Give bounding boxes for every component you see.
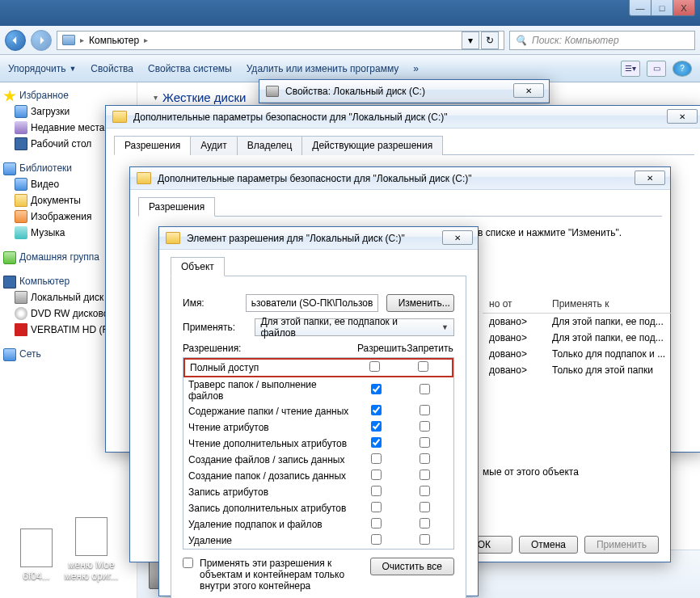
table-row[interactable]: довано>Только для подпапок и ... <box>483 346 672 362</box>
recent-icon <box>15 121 27 134</box>
allow-checkbox[interactable] <box>371 405 382 415</box>
permission-row: Удаление <box>183 533 453 549</box>
minimize-button[interactable]: — <box>629 0 652 16</box>
desktop-file-icon[interactable]: меню Мое меню ориг... <box>63 517 120 582</box>
change-principal-button[interactable]: Изменить... <box>386 294 454 312</box>
deny-checkbox[interactable] <box>420 518 430 529</box>
organize-menu[interactable]: Упорядочить ▼ <box>8 63 76 74</box>
allow-checkbox[interactable] <box>371 453 382 464</box>
dialog-title-text: Дополнительные параметры безопасности дл… <box>158 173 472 184</box>
tab-owner[interactable]: Владелец <box>237 136 303 155</box>
permission-row: Чтение атрибутов <box>183 419 453 436</box>
tab-strip: Разрешения Аудит Владелец Действующие ра… <box>114 135 694 155</box>
permissions-list: Полный доступТраверс папок / выполнение … <box>183 357 454 550</box>
allow-checkbox[interactable] <box>371 437 382 448</box>
folder-icon <box>112 111 127 123</box>
permission-row: Содержание папки / чтение данных <box>183 403 453 419</box>
apply-to-dropdown[interactable]: Для этой папки, ее подпапок и файлов ▼ <box>255 318 454 336</box>
downloads-icon <box>15 105 27 118</box>
close-icon[interactable]: ✕ <box>635 171 665 185</box>
tab-effective[interactable]: Действующие разрешения <box>302 136 443 155</box>
table-row[interactable]: довано>Для этой папки, ее под... <box>483 330 672 346</box>
homegroup-icon <box>3 251 16 264</box>
tab-permissions[interactable]: Разрешения <box>138 197 215 217</box>
table-row[interactable]: довано>Только для этой папки <box>483 362 672 378</box>
deny-checkbox[interactable] <box>420 421 430 432</box>
allow-column-header: Разрешить <box>357 343 406 354</box>
folder-icon <box>137 172 151 184</box>
allow-checkbox[interactable] <box>371 470 382 480</box>
cancel-button[interactable]: Отмена <box>519 536 578 554</box>
system-properties-button[interactable]: Свойства системы <box>148 63 232 74</box>
maximize-button[interactable]: □ <box>651 0 673 16</box>
allow-checkbox[interactable] <box>371 486 382 496</box>
clear-all-button[interactable]: Очистить все <box>370 558 454 575</box>
dialog-titlebar[interactable]: Дополнительные параметры безопасности дл… <box>130 167 670 190</box>
permissions-header: Разрешения: Разрешить Запретить <box>183 343 454 354</box>
deny-checkbox[interactable] <box>420 502 430 512</box>
libraries-icon <box>3 162 16 175</box>
allow-checkbox[interactable] <box>371 421 382 432</box>
tab-strip: Объект <box>171 256 466 276</box>
video-icon <box>15 178 27 191</box>
deny-checkbox[interactable] <box>420 470 430 480</box>
dropdown-icon[interactable]: ▾ <box>462 32 479 49</box>
search-icon: 🔍 <box>515 35 527 46</box>
deny-checkbox[interactable] <box>420 405 430 415</box>
deny-checkbox[interactable] <box>418 361 428 372</box>
allow-checkbox[interactable] <box>371 502 382 512</box>
breadcrumb-computer[interactable]: Компьютер <box>89 35 139 46</box>
window-titlebar: — □ X <box>0 0 700 26</box>
breadcrumb-arrow-icon: ▸ <box>144 36 148 44</box>
permission-name: Создание файлов / запись данных <box>188 454 352 465</box>
chevron-down-icon: ▼ <box>441 323 449 331</box>
preview-pane-icon[interactable]: ▭ <box>647 61 666 77</box>
sidebar-favorites[interactable]: Избранное <box>0 87 137 103</box>
allow-checkbox[interactable] <box>371 384 382 394</box>
apply-button[interactable]: Применить <box>584 536 659 554</box>
refresh-icon[interactable]: ↻ <box>481 32 499 49</box>
column-header[interactable]: Применять к <box>546 298 615 310</box>
table-row[interactable]: довано>Для этой папки, ее под... <box>483 314 672 330</box>
permission-row: Запись дополнительных атрибутов <box>183 500 453 516</box>
view-options-icon[interactable]: ☰▾ <box>621 61 640 77</box>
dialog-title-text: Свойства: Локальный диск (C:) <box>285 86 425 97</box>
allow-checkbox[interactable] <box>371 518 382 529</box>
permission-row: Удаление подпапок и файлов <box>183 516 453 533</box>
permission-name: Запись атрибутов <box>188 486 352 498</box>
permission-name: Полный доступ <box>190 362 350 373</box>
permission-name: Запись дополнительных атрибутов <box>188 503 352 514</box>
permission-entries-table: но от Применять к довано>Для этой папки,… <box>483 295 672 378</box>
back-button[interactable] <box>5 30 26 51</box>
close-icon[interactable]: ✕ <box>667 109 698 124</box>
uninstall-button[interactable]: Удалить или изменить программу <box>247 63 399 74</box>
desktop-file-icon[interactable]: 6f04... <box>8 529 65 582</box>
tab-object[interactable]: Объект <box>171 257 225 276</box>
properties-button[interactable]: Свойства <box>91 63 133 74</box>
tab-audit[interactable]: Аудит <box>190 136 238 155</box>
permission-row: Запись атрибутов <box>183 484 453 500</box>
tab-permissions[interactable]: Разрешения <box>114 136 191 155</box>
address-bar[interactable]: ▸ Компьютер ▸ ▾ ↻ <box>57 31 504 50</box>
allow-checkbox[interactable] <box>371 534 382 545</box>
toolbar-overflow[interactable]: » <box>413 63 419 74</box>
forward-button[interactable] <box>31 30 52 51</box>
dialog-titlebar[interactable]: Дополнительные параметры безопасности дл… <box>106 106 700 128</box>
deny-checkbox[interactable] <box>420 453 430 464</box>
deny-checkbox[interactable] <box>420 534 430 545</box>
search-input[interactable]: 🔍 Поиск: Компьютер <box>509 31 695 50</box>
help-icon[interactable]: ? <box>673 61 692 77</box>
dialog-titlebar[interactable]: Элемент разрешения для "Локальный диск (… <box>159 227 478 250</box>
close-icon[interactable]: ✕ <box>513 83 544 98</box>
deny-checkbox[interactable] <box>420 437 430 448</box>
dialog-titlebar[interactable]: Свойства: Локальный диск (C:) ✕ <box>259 80 549 103</box>
close-button[interactable]: X <box>673 0 695 16</box>
column-header[interactable]: но от <box>483 298 546 310</box>
allow-checkbox[interactable] <box>369 361 380 372</box>
apply-to-children-checkbox[interactable] <box>183 558 193 568</box>
deny-checkbox[interactable] <box>420 486 430 496</box>
drive-icon <box>15 291 27 304</box>
principal-name-input[interactable] <box>246 294 378 312</box>
deny-checkbox[interactable] <box>420 384 430 394</box>
close-icon[interactable]: ✕ <box>442 230 473 245</box>
